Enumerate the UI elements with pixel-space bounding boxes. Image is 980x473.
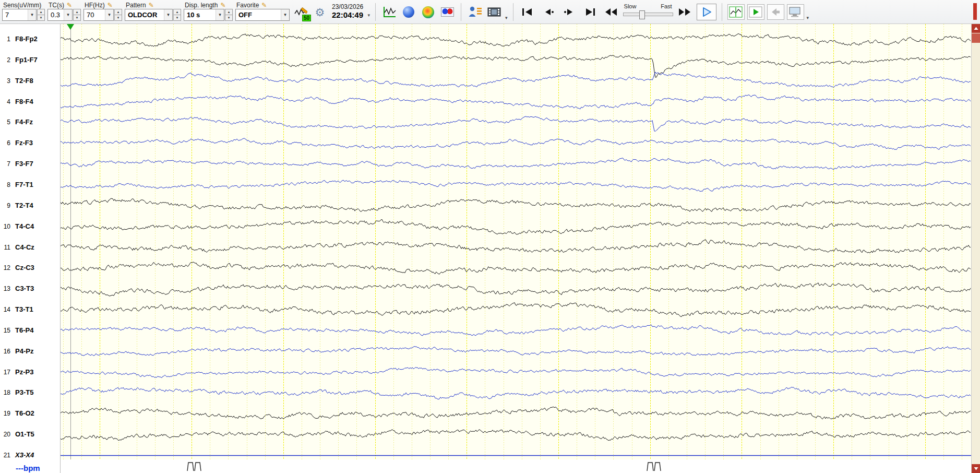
head-map-3d-button[interactable] (420, 4, 436, 20)
settings-gear-button[interactable]: ⚙ (312, 4, 328, 20)
edit-pencil-icon[interactable]: ✎ (107, 2, 113, 8)
step-back-icon (542, 7, 555, 17)
trend-chart-button[interactable] (727, 4, 745, 20)
step-back-button[interactable] (540, 5, 558, 19)
spinner-down-button[interactable]: ▾ (225, 15, 233, 21)
edit-pencil-icon[interactable]: ✎ (67, 2, 72, 8)
topography-map-icon (441, 7, 454, 17)
channel-row[interactable]: 5F4-Fz (0, 117, 33, 127)
channel-row[interactable]: 11C4-Cz (0, 242, 34, 253)
channel-number: 11 (0, 242, 10, 253)
channel-row[interactable]: 9T2-T4 (0, 200, 33, 211)
rewind-button[interactable] (602, 5, 620, 19)
spinner-up-button[interactable]: ▴ (114, 9, 122, 15)
edit-pencil-icon[interactable]: ✎ (220, 2, 225, 8)
eeg-review-window: Sens(uV/mm) 7 ▾ ▴ ▾ TC(s)✎ 0.3 ▾ (0, 0, 980, 473)
edit-pencil-icon[interactable]: ✎ (261, 2, 267, 8)
video-dropdown-arrow[interactable]: ▾ (505, 15, 508, 20)
sens-value: 7 (3, 11, 28, 19)
signal-chart-icon (382, 5, 397, 19)
channel-row[interactable]: 19T6-O2 (0, 408, 34, 419)
display-length-dropdown[interactable]: 10 s ▾ (184, 9, 224, 21)
scrollbar-thumb[interactable] (972, 33, 980, 43)
channel-row[interactable]: 10T4-C4 (0, 221, 34, 232)
channel-row[interactable]: 14T3-T1 (0, 304, 33, 315)
channel-label: Fp1-F7 (15, 55, 38, 65)
scroll-down-arrow-icon (974, 467, 978, 470)
spinner-up-button[interactable]: ▴ (173, 9, 181, 15)
tc-field: TC(s)✎ 0.3 ▾ ▴ ▾ (47, 1, 81, 21)
channel-row[interactable]: 7F3-F7 (0, 159, 33, 169)
head-map-button[interactable] (400, 4, 417, 20)
channel-row[interactable]: 17Pz-P3 (0, 367, 33, 377)
channel-row[interactable]: 8F7-T1 (0, 180, 33, 190)
bpm-label: ---bpm (16, 464, 40, 472)
channel-row[interactable]: 20O1-T5 (0, 429, 34, 440)
display-length-spinner: ▴ ▾ (225, 9, 233, 21)
play-button[interactable] (697, 4, 716, 20)
back-button[interactable] (767, 4, 784, 20)
channel-row[interactable]: 3T2-F8 (0, 76, 33, 86)
scroll-down-button[interactable] (972, 464, 980, 473)
brain-map-button[interactable] (439, 4, 456, 20)
scrollbar-track[interactable] (972, 43, 980, 464)
review-settings-dropdown-arrow[interactable]: ▾ (807, 15, 809, 20)
spinner-up-button[interactable]: ▴ (73, 9, 81, 15)
channel-row[interactable]: 16P4-Pz (0, 346, 33, 357)
channel-row[interactable]: 12Cz-C3 (0, 263, 34, 273)
channel-row[interactable]: 21X3-X4 (0, 450, 34, 460)
sens-field: Sens(uV/mm) 7 ▾ ▴ ▾ (2, 1, 45, 21)
channel-row[interactable]: 4F8-F4 (0, 97, 33, 107)
spinner-down-button[interactable]: ▾ (73, 15, 81, 21)
datetime-dropdown-arrow[interactable]: ▾ (368, 13, 371, 18)
trace-display-button[interactable] (381, 4, 398, 20)
spinner-up-button[interactable]: ▴ (37, 9, 45, 15)
auto-play-button[interactable] (747, 4, 764, 20)
montage-edit-button[interactable]: 50 (292, 4, 309, 20)
channel-label: C4-Cz (15, 242, 34, 253)
toolbar: Sens(uV/mm) 7 ▾ ▴ ▾ TC(s)✎ 0.3 ▾ (0, 0, 980, 24)
sens-spinner: ▴ ▾ (37, 9, 45, 21)
channel-row[interactable]: 15T6-P4 (0, 325, 33, 336)
channel-number: 2 (0, 55, 10, 65)
channel-number: 14 (0, 304, 10, 315)
channel-number: 21 (0, 450, 10, 460)
pattern-dropdown[interactable]: OLDCOR ▾ (125, 9, 173, 21)
speed-slider: Slow Fast (623, 3, 673, 16)
favorite-dropdown[interactable]: OFF ▾ (235, 9, 290, 21)
eeg-canvas[interactable] (61, 24, 971, 473)
spinner-down-button[interactable]: ▾ (37, 15, 45, 21)
skip-to-start-button[interactable] (519, 5, 537, 19)
edit-pencil-icon[interactable]: ✎ (149, 2, 154, 8)
step-forward-button[interactable] (560, 5, 579, 19)
channel-row[interactable]: 6Fz-F3 (0, 138, 33, 148)
sens-dropdown[interactable]: 7 ▾ (2, 9, 37, 21)
channel-number: 19 (0, 408, 10, 419)
spinner-down-button[interactable]: ▾ (173, 15, 181, 21)
speed-slider-thumb[interactable] (639, 10, 645, 19)
skip-to-end-button[interactable] (581, 5, 600, 19)
fast-label: Fast (661, 3, 672, 9)
tc-dropdown[interactable]: 0.3 ▾ (47, 9, 73, 21)
channel-number: 8 (0, 180, 10, 190)
channel-row[interactable]: 13C3-T3 (0, 283, 34, 294)
datetime-display: 23/03/2026 22:04:49 ▾ (332, 3, 370, 19)
channel-number: 5 (0, 117, 10, 127)
channel-row[interactable]: 18P3-T5 (0, 387, 33, 398)
channel-label: T4-C4 (15, 221, 34, 232)
spinner-down-button[interactable]: ▾ (114, 15, 122, 21)
hf-dropdown[interactable]: 70 ▾ (83, 9, 114, 21)
green-play-icon (749, 6, 762, 18)
patient-info-button[interactable] (467, 4, 483, 20)
spinner-up-button[interactable]: ▴ (225, 9, 233, 15)
scroll-up-button[interactable] (972, 24, 980, 33)
time-marker-triangle[interactable] (67, 24, 74, 30)
fast-forward-button[interactable] (676, 5, 694, 19)
chevron-down-icon: ▾ (105, 9, 113, 20)
video-button[interactable] (486, 4, 503, 20)
record-indicator (973, 3, 977, 20)
channel-row[interactable]: 2Fp1-F7 (0, 55, 38, 65)
speed-slider-track[interactable] (623, 13, 673, 16)
review-settings-button[interactable] (787, 4, 804, 20)
channel-row[interactable]: 1F8-Fp2 (0, 34, 38, 44)
